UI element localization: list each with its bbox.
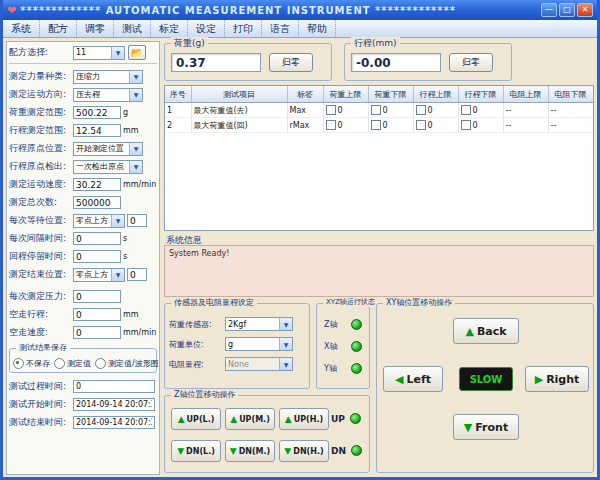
column-header[interactable]: 电阻上限 <box>503 86 548 103</box>
save-option-waveform[interactable]: 测定值/波形图 <box>95 358 159 369</box>
force-type-value: 压缩力 <box>74 71 129 82</box>
limit-checkbox[interactable] <box>416 105 426 115</box>
origin-detect-select[interactable]: 一次检出原点 ▼ <box>73 160 143 174</box>
limit-checkbox[interactable] <box>416 120 426 130</box>
open-recipe-button[interactable]: 📂 <box>128 45 146 60</box>
field-row: 测试结束时间: <box>9 415 157 430</box>
field-label: 测试结束时间: <box>9 416 73 429</box>
right-area: 荷重(g) 0.37 归零 行程(mm) -0.00 归零 <box>164 41 594 475</box>
test-end-time-input[interactable] <box>73 416 155 429</box>
menu-item-zeroing[interactable]: 调零 <box>77 20 114 37</box>
load-sensor-select[interactable]: 2Kgf ▼ <box>225 317 293 331</box>
total-count-input[interactable] <box>73 196 121 209</box>
field-row: 测试过程时间: <box>9 379 157 394</box>
table-header-row: 序号 测试项目 标签 荷重上限 荷重下限 行程上限 行程下限 电阻上限 电阻下限 <box>165 86 593 103</box>
menu-item-system[interactable]: 系统 <box>3 20 40 37</box>
field-label: 荷重测定范围: <box>9 106 73 119</box>
sensor-settings-title: 传感器及电阻量程设定 <box>171 297 257 308</box>
column-header[interactable]: 测试项目 <box>191 86 287 103</box>
test-duration-input[interactable] <box>73 380 155 393</box>
column-header[interactable]: 荷重上限 <box>323 86 368 103</box>
save-option-value[interactable]: 测定值 <box>54 358 91 369</box>
menu-item-language[interactable]: 语言 <box>262 20 299 37</box>
origin-position-select[interactable]: 开始测定位置 ▼ <box>73 142 143 156</box>
chevron-down-icon: ▼ <box>111 47 124 59</box>
limit-checkbox[interactable] <box>371 120 381 130</box>
up-status-label: UP <box>331 414 345 424</box>
sensor-row: 荷重单位: g ▼ <box>165 334 309 354</box>
sensor-row: 荷重传感器: 2Kgf ▼ <box>165 314 309 334</box>
return-dwell-time-input[interactable] <box>73 250 121 263</box>
stroke-range-input[interactable] <box>73 124 121 137</box>
column-header[interactable]: 序号 <box>165 86 191 103</box>
limit-checkbox[interactable] <box>326 120 336 130</box>
result-save-group-title: 测试结果保存 <box>16 342 70 353</box>
menu-item-calibration[interactable]: 标定 <box>151 20 188 37</box>
field-row: 测定总次数: <box>9 195 157 210</box>
force-type-select[interactable]: 压缩力 ▼ <box>73 70 143 84</box>
per-test-force-input[interactable] <box>73 290 121 303</box>
up-high-button[interactable]: ▲ UP(H.) <box>279 408 329 430</box>
column-header[interactable]: 行程上限 <box>413 86 458 103</box>
wait-position-offset-input[interactable] <box>127 214 147 227</box>
dn-high-button[interactable]: ▼ DN(H.) <box>279 440 329 462</box>
field-unit: g <box>123 108 128 117</box>
limit-checkbox[interactable] <box>461 120 471 130</box>
field-label: 每次测定压力: <box>9 290 73 303</box>
sensor-settings-group: 传感器及电阻量程设定 荷重传感器: 2Kgf ▼ 荷重单位: g ▼ <box>164 303 310 389</box>
limit-checkbox[interactable] <box>461 105 471 115</box>
axis-status-row: Z轴 <box>317 313 369 335</box>
field-row: 测定运动方向: 压去程 ▼ <box>9 87 157 102</box>
end-position-select[interactable]: 零点上方 ▼ <box>73 268 125 282</box>
up-mid-button[interactable]: ▲ UP(M.) <box>225 408 275 430</box>
menu-item-test[interactable]: 测试 <box>114 20 151 37</box>
limit-checkbox[interactable] <box>371 105 381 115</box>
load-sensor-value: 2Kgf <box>226 320 279 329</box>
field-row: 测定力量种类: 压缩力 ▼ <box>9 69 157 84</box>
arrow-up-icon: ▲ <box>465 326 473 337</box>
close-button[interactable]: ✕ <box>577 3 593 17</box>
end-position-offset-input[interactable] <box>127 268 147 281</box>
interval-time-input[interactable] <box>73 232 121 245</box>
front-button[interactable]: ▼ Front <box>453 414 519 440</box>
field-label: 空走行程: <box>9 308 73 321</box>
left-button[interactable]: ◀ Left <box>383 366 443 392</box>
motion-direction-select[interactable]: 压去程 ▼ <box>73 88 143 102</box>
stroke-zero-button[interactable]: 归零 <box>449 53 493 72</box>
idle-stroke-input[interactable] <box>73 308 121 321</box>
slow-button[interactable]: SLOW <box>459 367 513 391</box>
load-range-input[interactable] <box>73 106 121 119</box>
load-zero-button[interactable]: 归零 <box>269 53 313 72</box>
dn-low-button[interactable]: ▼ DN(L.) <box>171 440 221 462</box>
column-header[interactable]: 荷重下限 <box>368 86 413 103</box>
field-label: 测试开始时间: <box>9 398 73 411</box>
column-header[interactable]: 行程下限 <box>458 86 503 103</box>
field-label: 空走速度: <box>9 326 73 339</box>
dn-status: DN <box>331 445 362 456</box>
menu-item-help[interactable]: 帮助 <box>299 20 336 37</box>
minimize-button[interactable]: — <box>541 3 557 17</box>
menu-item-settings[interactable]: 设定 <box>188 20 225 37</box>
resistance-limit: -- <box>548 118 593 133</box>
column-header[interactable]: 标签 <box>287 86 323 103</box>
motion-speed-input[interactable] <box>73 178 121 191</box>
right-button[interactable]: ▶ Right <box>525 366 589 392</box>
dn-mid-button[interactable]: ▼ DN(M.) <box>225 440 275 462</box>
back-button[interactable]: ▲ Back <box>453 318 519 344</box>
menu-item-print[interactable]: 打印 <box>225 20 262 37</box>
table-row[interactable]: 1 最大荷重值(去) Max 0 0 0 0 -- -- <box>165 103 593 118</box>
test-start-time-input[interactable] <box>73 398 155 411</box>
limit-checkbox[interactable] <box>326 105 336 115</box>
column-header[interactable]: 电阻下限 <box>548 86 593 103</box>
recipe-select[interactable]: 11 ▼ <box>73 46 125 60</box>
table-row[interactable]: 2 最大荷重值(回) rMax 0 0 0 0 -- -- <box>165 118 593 133</box>
wait-position-select[interactable]: 零点上方 ▼ <box>73 214 125 228</box>
wait-position-value: 零点上方 <box>74 215 111 226</box>
save-option-none[interactable]: 不保存 <box>13 358 50 369</box>
menu-item-recipe[interactable]: 配方 <box>40 20 77 37</box>
recipe-value: 11 <box>74 48 111 57</box>
maximize-button[interactable]: □ <box>559 3 575 17</box>
load-unit-select[interactable]: g ▼ <box>225 337 293 351</box>
idle-speed-input[interactable] <box>73 326 121 339</box>
up-low-button[interactable]: ▲ UP(L.) <box>171 408 221 430</box>
